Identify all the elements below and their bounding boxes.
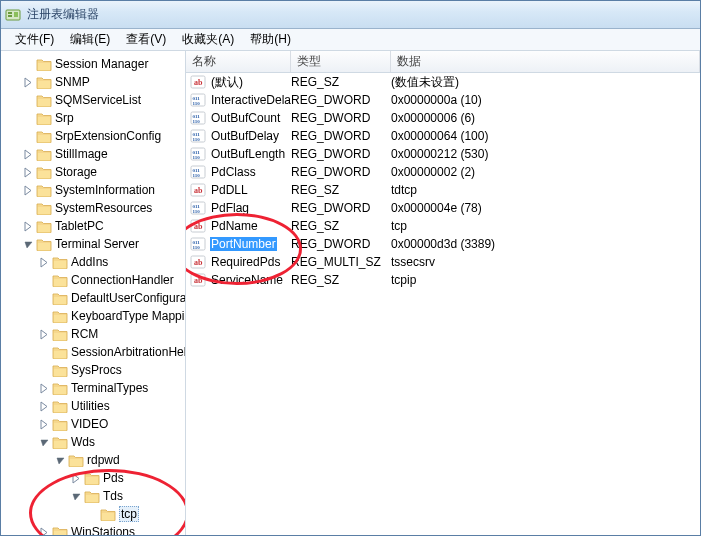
tree-node-terminal-server[interactable]: Terminal Server	[5, 235, 185, 253]
value-row-outbufdelay[interactable]: OutBufDelayREG_DWORD0x00000064 (100)	[186, 127, 700, 145]
value-row-interactivedelay[interactable]: InteractiveDelayREG_DWORD0x0000000a (10)	[186, 91, 700, 109]
tree-node-winstations[interactable]: WinStations	[5, 523, 185, 535]
binary-value-icon	[190, 92, 206, 108]
value-data: tcp	[391, 219, 700, 233]
tree-node-storage[interactable]: Storage	[5, 163, 185, 181]
tree-node-defaultuserconfiguration[interactable]: DefaultUserConfiguration	[5, 289, 185, 307]
tree-node-tds[interactable]: Tds	[5, 487, 185, 505]
folder-icon	[52, 381, 68, 395]
menubar: 文件(F) 编辑(E) 查看(V) 收藏夹(A) 帮助(H)	[1, 29, 700, 51]
value-row-pdflag[interactable]: PdFlagREG_DWORD0x0000004e (78)	[186, 199, 700, 217]
value-data: 0x00000006 (6)	[391, 111, 700, 125]
tree-node-systemresources[interactable]: SystemResources	[5, 199, 185, 217]
values-pane[interactable]: 名称 类型 数据 (默认)REG_SZ(数值未设置)InteractiveDel…	[186, 51, 700, 535]
tree-node-srpextensionconfig[interactable]: SrpExtensionConfig	[5, 127, 185, 145]
value-type: REG_DWORD	[291, 165, 391, 179]
tree-node-snmp[interactable]: SNMP	[5, 73, 185, 91]
value-name: OutBufCount	[210, 111, 291, 125]
string-value-icon	[190, 272, 206, 288]
expander-closed-icon[interactable]	[39, 257, 50, 268]
tree-node-label: SystemResources	[55, 201, 152, 215]
value-row-portnumber[interactable]: PortNumberREG_DWORD0x00000d3d (3389)	[186, 235, 700, 253]
expander-none	[39, 365, 50, 376]
col-type[interactable]: 类型	[291, 51, 391, 72]
tree-node-label: DefaultUserConfiguration	[71, 291, 186, 305]
value-row-outbufcount[interactable]: OutBufCountREG_DWORD0x00000006 (6)	[186, 109, 700, 127]
expander-none	[39, 347, 50, 358]
tree-node-sessionarbitrationhelper[interactable]: SessionArbitrationHelper	[5, 343, 185, 361]
tree-node-keyboardtype-mapping[interactable]: KeyboardType Mapping	[5, 307, 185, 325]
expander-closed-icon[interactable]	[23, 167, 34, 178]
expander-closed-icon[interactable]	[39, 527, 50, 536]
tree-node-label: tcp	[119, 506, 139, 522]
value-row-requiredpds[interactable]: RequiredPdsREG_MULTI_SZtssecsrv	[186, 253, 700, 271]
tree-node-label: WinStations	[71, 525, 135, 535]
tree-node-terminaltypes[interactable]: TerminalTypes	[5, 379, 185, 397]
expander-closed-icon[interactable]	[23, 221, 34, 232]
value-data: tcpip	[391, 273, 700, 287]
expander-none	[23, 95, 34, 106]
folder-icon	[52, 255, 68, 269]
col-data[interactable]: 数据	[391, 51, 700, 72]
tree-node-pds[interactable]: Pds	[5, 469, 185, 487]
expander-open-icon[interactable]	[71, 491, 82, 502]
tree-node-label: RCM	[71, 327, 98, 341]
value-row-outbuflength[interactable]: OutBufLengthREG_DWORD0x00000212 (530)	[186, 145, 700, 163]
menu-edit[interactable]: 编辑(E)	[62, 29, 118, 50]
expander-closed-icon[interactable]	[39, 401, 50, 412]
tree-node-label: rdpwd	[87, 453, 120, 467]
menu-help[interactable]: 帮助(H)	[242, 29, 299, 50]
value-row-pdclass[interactable]: PdClassREG_DWORD0x00000002 (2)	[186, 163, 700, 181]
string-value-icon	[190, 74, 206, 90]
expander-open-icon[interactable]	[39, 437, 50, 448]
value-row--[interactable]: (默认)REG_SZ(数值未设置)	[186, 73, 700, 91]
menu-favorites[interactable]: 收藏夹(A)	[174, 29, 242, 50]
expander-closed-icon[interactable]	[39, 419, 50, 430]
tree-node-tcp[interactable]: tcp	[5, 505, 185, 523]
tree-node-rcm[interactable]: RCM	[5, 325, 185, 343]
value-type: REG_DWORD	[291, 129, 391, 143]
tree-node-connectionhandler[interactable]: ConnectionHandler	[5, 271, 185, 289]
col-name[interactable]: 名称	[186, 51, 291, 72]
tree-node-tabletpc[interactable]: TabletPC	[5, 217, 185, 235]
expander-closed-icon[interactable]	[23, 185, 34, 196]
menu-file[interactable]: 文件(F)	[7, 29, 62, 50]
tree-node-systeminformation[interactable]: SystemInformation	[5, 181, 185, 199]
tree-node-stillimage[interactable]: StillImage	[5, 145, 185, 163]
tree-node-srp[interactable]: Srp	[5, 109, 185, 127]
expander-closed-icon[interactable]	[71, 473, 82, 484]
expander-closed-icon[interactable]	[23, 149, 34, 160]
value-name: RequiredPds	[210, 255, 291, 269]
expander-closed-icon[interactable]	[39, 329, 50, 340]
string-value-icon	[190, 218, 206, 234]
folder-icon	[52, 345, 68, 359]
binary-value-icon	[190, 110, 206, 126]
tree-node-session-manager[interactable]: Session Manager	[5, 55, 185, 73]
tree-node-addins[interactable]: AddIns	[5, 253, 185, 271]
expander-open-icon[interactable]	[23, 239, 34, 250]
tree-node-label: Wds	[71, 435, 95, 449]
value-row-pddll[interactable]: PdDLLREG_SZtdtcp	[186, 181, 700, 199]
value-data: 0x00000002 (2)	[391, 165, 700, 179]
expander-closed-icon[interactable]	[23, 77, 34, 88]
tree-node-wds[interactable]: Wds	[5, 433, 185, 451]
expander-closed-icon[interactable]	[39, 383, 50, 394]
menu-view[interactable]: 查看(V)	[118, 29, 174, 50]
value-name: PdDLL	[210, 183, 291, 197]
tree-node-rdpwd[interactable]: rdpwd	[5, 451, 185, 469]
tree-node-label: TerminalTypes	[71, 381, 148, 395]
value-data: 0x0000000a (10)	[391, 93, 700, 107]
expander-open-icon[interactable]	[55, 455, 66, 466]
tree-node-video[interactable]: VIDEO	[5, 415, 185, 433]
tree-node-label: SQMServiceList	[55, 93, 141, 107]
folder-icon	[36, 75, 52, 89]
tree-pane[interactable]: Session ManagerSNMPSQMServiceListSrpSrpE…	[1, 51, 186, 535]
folder-icon	[84, 489, 100, 503]
value-row-pdname[interactable]: PdNameREG_SZtcp	[186, 217, 700, 235]
value-name: PdName	[210, 219, 291, 233]
tree-node-utilities[interactable]: Utilities	[5, 397, 185, 415]
value-row-servicename[interactable]: ServiceNameREG_SZtcpip	[186, 271, 700, 289]
window-title: 注册表编辑器	[27, 6, 99, 23]
tree-node-sysprocs[interactable]: SysProcs	[5, 361, 185, 379]
tree-node-sqmservicelist[interactable]: SQMServiceList	[5, 91, 185, 109]
